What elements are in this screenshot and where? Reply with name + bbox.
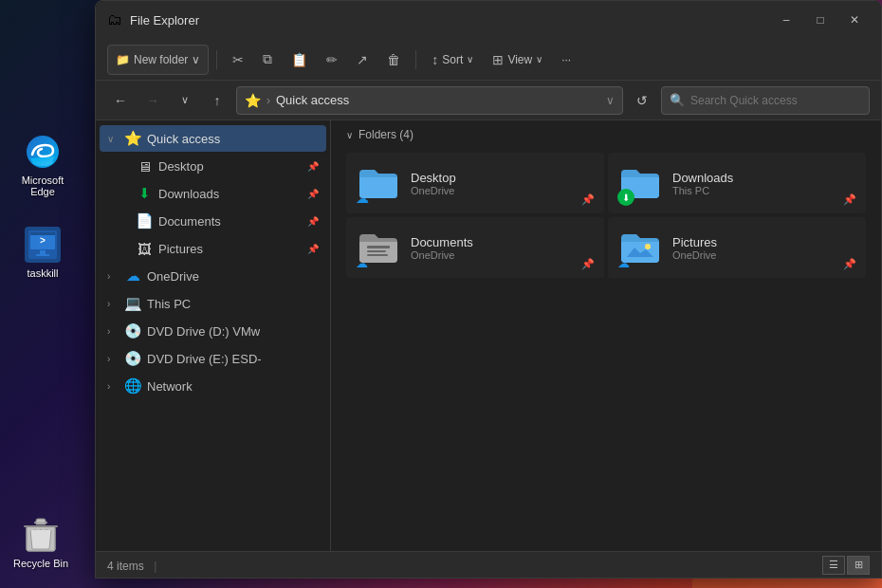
pictures-sidebar-label: Pictures — [158, 242, 203, 256]
sidebar-item-dvd-d[interactable]: › 💿 DVD Drive (D:) VMw — [100, 318, 326, 344]
rename-button[interactable]: ✏ — [319, 45, 345, 75]
sidebar-item-pictures[interactable]: 🖼 Pictures 📌 — [100, 235, 326, 262]
sidebar-item-network[interactable]: › 🌐 Network — [100, 373, 326, 399]
svg-rect-6 — [40, 250, 46, 254]
taskkill-label: taskkill — [27, 267, 58, 279]
new-folder-chevron: ∨ — [192, 53, 200, 66]
copy-button[interactable]: ⧉ — [255, 45, 280, 75]
search-box[interactable]: 🔍 — [661, 86, 870, 115]
onedrive-expand-icon: › — [107, 271, 119, 282]
copy-icon: ⧉ — [263, 51, 272, 67]
pictures-folder-sub: OneDrive — [672, 249, 717, 261]
back-icon: ← — [114, 93, 127, 108]
quick-access-icon: ⭐ — [124, 130, 141, 147]
sidebar-item-onedrive[interactable]: › ☁ OneDrive — [100, 263, 326, 289]
edge-icon — [24, 133, 62, 171]
downloads-folder-sub: This PC — [672, 185, 733, 196]
folder-documents[interactable]: ☁ Documents OneDrive 📌 — [346, 217, 604, 278]
desktop-icon-recycle-bin[interactable]: Recycle Bin — [8, 516, 74, 569]
dvd-e-sidebar-icon: 💿 — [124, 350, 141, 367]
downloads-folder-pin: 📌 — [843, 193, 856, 206]
delete-button[interactable]: 🗑 — [379, 45, 408, 75]
rename-icon: ✏ — [326, 52, 338, 67]
downloads-folder-icon-wrap: ⬇ — [617, 160, 663, 206]
network-sidebar-icon: 🌐 — [124, 377, 141, 395]
sidebar-item-downloads[interactable]: ⬇ Downloads 📌 — [100, 180, 326, 207]
folder-desktop[interactable]: ☁ Desktop OneDrive 📌 — [346, 153, 604, 213]
item-count: 4 items — [107, 560, 144, 573]
desktop-icon-taskkill[interactable]: > taskkill — [9, 226, 76, 279]
dvd-d-expand-icon: › — [107, 326, 119, 337]
this-pc-sidebar-label: This PC — [147, 297, 191, 311]
documents-folder-pin: 📌 — [581, 258, 595, 270]
desktop-sidebar-icon: 🖥 — [136, 158, 153, 175]
svg-rect-13 — [367, 254, 388, 256]
up-button[interactable]: ↑ — [204, 87, 230, 114]
sort-button[interactable]: ↕ Sort ∨ — [424, 45, 481, 75]
desktop-icon-edge[interactable]: Microsoft Edge — [9, 133, 76, 197]
dvd-e-expand-icon: › — [107, 354, 119, 364]
address-bar-row: ← → ∨ ↑ ⭐ › Quick access ∨ ↺ 🔍 — [96, 81, 881, 120]
svg-point-1 — [32, 158, 53, 166]
folders-section-header[interactable]: ∨ Folders (4) — [346, 128, 866, 141]
refresh-button[interactable]: ↺ — [629, 87, 655, 114]
documents-folder-icon-wrap: ☁ — [356, 225, 401, 270]
more-button[interactable]: ··· — [554, 45, 579, 75]
downloads-pin-icon: 📌 — [307, 189, 319, 199]
grid-view-button[interactable]: ⊞ — [847, 556, 870, 575]
view-button[interactable]: ⊞ View ∨ — [485, 45, 550, 75]
sidebar-item-dvd-e[interactable]: › 💿 DVD Drive (E:) ESD- — [100, 345, 326, 372]
paste-button[interactable]: 📋 — [284, 45, 315, 75]
view-chevron: ∨ — [536, 54, 542, 64]
address-chevron-icon: ∨ — [606, 94, 615, 107]
desktop-pin-icon: 📌 — [307, 161, 319, 172]
sidebar-item-quick-access[interactable]: ∨ ⭐ Quick access — [100, 125, 326, 152]
folders-chevron-icon: ∨ — [346, 130, 353, 140]
sidebar-item-this-pc[interactable]: › 💻 This PC — [100, 290, 326, 317]
status-bar: 4 items | ☰ ⊞ — [96, 551, 881, 578]
folder-downloads[interactable]: ⬇ Downloads This PC 📌 — [608, 153, 866, 213]
svg-rect-7 — [36, 254, 49, 256]
folder-pictures[interactable]: ☁ Pictures OneDrive 📌 — [608, 217, 866, 278]
documents-pin-icon: 📌 — [307, 216, 319, 227]
view-toggle: ☰ ⊞ — [822, 556, 870, 575]
pictures-folder-info: Pictures OneDrive — [672, 235, 717, 261]
taskkill-icon: > — [24, 226, 62, 264]
network-expand-icon: › — [107, 381, 119, 392]
recycle-bin-label: Recycle Bin — [13, 558, 68, 569]
dvd-e-sidebar-label: DVD Drive (E:) ESD- — [147, 352, 262, 366]
svg-rect-11 — [367, 246, 390, 248]
dvd-d-sidebar-label: DVD Drive (D:) VMw — [147, 324, 260, 339]
cut-button[interactable]: ✂ — [225, 45, 251, 75]
desktop-sidebar-label: Desktop — [158, 159, 204, 174]
cut-icon: ✂ — [232, 52, 244, 67]
pictures-pin-icon: 📌 — [307, 244, 319, 254]
documents-sidebar-icon: 📄 — [136, 212, 153, 230]
list-view-button[interactable]: ☰ — [822, 556, 845, 575]
desktop-folder-sub: OneDrive — [411, 185, 456, 196]
close-button[interactable]: ✕ — [839, 9, 870, 31]
folders-section-label: Folders (4) — [358, 128, 413, 141]
sidebar-item-desktop[interactable]: 🖥 Desktop 📌 — [100, 153, 326, 179]
view-icon: ⊞ — [492, 52, 504, 67]
desktop-icons: Microsoft Edge > taskkill — [9, 133, 76, 279]
forward-icon: → — [146, 93, 159, 108]
sidebar-item-documents[interactable]: 📄 Documents 📌 — [100, 208, 326, 234]
documents-folder-info: Documents OneDrive — [411, 235, 473, 261]
minimize-button[interactable]: – — [771, 9, 801, 31]
address-star-icon: ⭐ — [245, 93, 261, 108]
sort-label: Sort — [442, 53, 463, 66]
recent-locations-button[interactable]: ∨ — [172, 87, 198, 114]
share-button[interactable]: ↗ — [349, 45, 376, 75]
forward-button[interactable]: → — [139, 87, 166, 114]
maximize-button[interactable]: □ — [805, 9, 836, 31]
delete-icon: 🗑 — [387, 52, 400, 67]
desktop-folder-name: Desktop — [411, 171, 456, 185]
up-icon: ↑ — [214, 93, 221, 108]
title-bar: 🗂 File Explorer – □ ✕ — [96, 1, 881, 39]
toolbar-sep-1 — [216, 50, 217, 69]
back-button[interactable]: ← — [107, 87, 134, 114]
new-folder-button[interactable]: 📁 New folder ∨ — [107, 45, 209, 75]
search-input[interactable] — [690, 94, 861, 107]
address-bar[interactable]: ⭐ › Quick access ∨ — [236, 86, 623, 115]
